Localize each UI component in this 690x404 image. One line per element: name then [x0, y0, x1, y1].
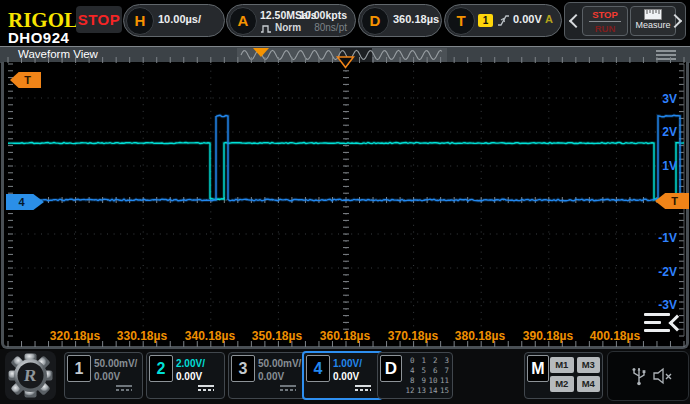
time-label: 350.18µs	[243, 329, 311, 343]
math-channels-box[interactable]: M M1 M3 M2 M4	[524, 352, 603, 399]
volt-label: -2V	[633, 265, 688, 279]
gear-logo-icon: R	[5, 351, 56, 400]
channel-1-number: 1	[67, 355, 91, 382]
digital-bit-label: 7	[438, 366, 450, 376]
speaker-mute-icon[interactable]	[653, 367, 673, 385]
volt-label: -3V	[633, 298, 688, 312]
channel-2-scale: 2.00V/	[176, 357, 205, 370]
channel-4-scale: 1.00V/	[333, 357, 362, 370]
channel-4-box[interactable]: 4 1.00V/ 0.00V	[302, 351, 383, 400]
time-label: 330.18µs	[108, 329, 176, 343]
volt-label: 2V	[633, 125, 688, 139]
time-label: 380.18µs	[446, 329, 514, 343]
channel-2-offset: 0.00V	[176, 370, 205, 383]
digital-channels-box[interactable]: D 0123456789101112131415	[377, 352, 453, 399]
channel-2-number: 2	[149, 355, 173, 382]
dc-coupling-icon	[355, 385, 371, 393]
math-m4-button[interactable]: M4	[577, 376, 601, 392]
digital-bit-label: 0	[403, 356, 415, 366]
trigger-position-marker-icon[interactable]	[336, 56, 355, 69]
math-m1-button[interactable]: M1	[550, 357, 574, 373]
channel-3-box[interactable]: 3 50.00mV/ 0.00V	[228, 352, 307, 399]
channel-1-scale: 50.00mV/	[94, 357, 137, 370]
digital-bit-label: 6	[426, 366, 438, 376]
digital-bit-label: 14	[426, 386, 438, 396]
digital-bit-grid: 0123456789101112131415	[403, 356, 449, 396]
channel-4-offset: 0.00V	[333, 370, 362, 383]
io-status-box	[607, 351, 689, 401]
time-label: 340.18µs	[176, 329, 244, 343]
time-label: 390.18µs	[514, 329, 582, 343]
digital-bit-label: 3	[438, 356, 450, 366]
digital-bit-label: 5	[415, 366, 427, 376]
math-button-grid: M1 M3 M2 M4	[550, 357, 600, 392]
channel-1-offset: 0.00V	[94, 370, 137, 383]
digital-bit-label: 9	[415, 376, 427, 386]
math-m2-button[interactable]: M2	[550, 376, 574, 392]
digital-bit-label: 8	[403, 376, 415, 386]
digital-badge: D	[380, 355, 402, 382]
channel-4-number: 4	[306, 355, 330, 382]
digital-bit-label: 15	[438, 386, 450, 396]
digital-bit-label: 1	[415, 356, 427, 366]
channel-3-number: 3	[231, 355, 255, 382]
math-badge: M	[527, 355, 549, 382]
channel-2-box[interactable]: 2 2.00V/ 0.00V	[146, 352, 225, 399]
channel-3-scale: 50.00mV/	[258, 357, 301, 370]
rigol-gear-menu-button[interactable]: R	[5, 351, 56, 400]
digital-bit-label: 2	[426, 356, 438, 366]
time-label: 360.18µs	[311, 329, 379, 343]
dc-coupling-icon	[280, 385, 296, 393]
digital-bit-label: 11	[438, 376, 450, 386]
oscilloscope-screen: RIGOL STOP H 10.00µs/ A 12.50MSa/s 10.00…	[0, 0, 690, 404]
digital-bit-label: 10	[426, 376, 438, 386]
volt-label: 3V	[633, 92, 688, 106]
channel-1-box[interactable]: 1 50.00mV/ 0.00V	[64, 352, 143, 399]
volt-label: -1V	[633, 231, 688, 245]
time-label: 320.18µs	[41, 329, 109, 343]
usb-icon	[632, 366, 646, 386]
digital-bit-label: 4	[403, 366, 415, 376]
footer-bar: R 1 50.00mV/ 0.00V 2 2.00V/ 0.00V 3 50.0…	[0, 349, 690, 404]
volt-label: 1V	[633, 159, 688, 173]
time-label: 370.18µs	[379, 329, 447, 343]
time-label: 400.18µs	[581, 329, 649, 343]
digital-bit-label: 12	[403, 386, 415, 396]
menu-collapse-icon[interactable]	[644, 313, 684, 339]
channel-3-offset: 0.00V	[258, 370, 301, 383]
digital-bit-label: 13	[415, 386, 427, 396]
dc-coupling-icon	[198, 385, 214, 393]
dc-coupling-icon	[116, 385, 132, 393]
math-m3-button[interactable]: M3	[577, 357, 601, 373]
